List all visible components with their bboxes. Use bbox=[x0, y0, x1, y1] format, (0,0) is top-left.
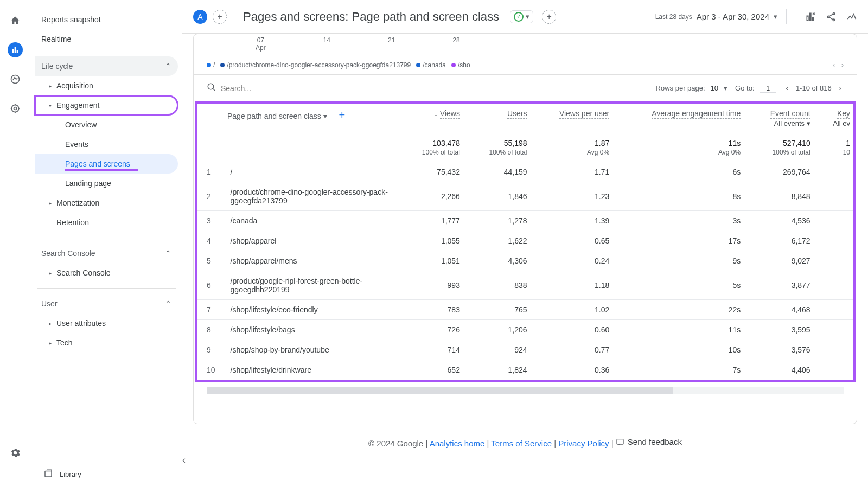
share-icon[interactable] bbox=[826, 11, 837, 22]
section-lifecycle[interactable]: Life cycle ⌃ bbox=[35, 56, 178, 76]
column-event-count[interactable]: Event countAll events ▾ bbox=[748, 104, 818, 133]
legend-dot-icon bbox=[416, 63, 420, 67]
nav-acquisition[interactable]: ▸ Acquisition bbox=[35, 76, 178, 95]
search-input[interactable] bbox=[221, 84, 329, 93]
nav-pages-screens[interactable]: Pages and screens bbox=[35, 154, 178, 174]
chevron-down-icon[interactable]: ▾ bbox=[724, 84, 727, 92]
settings-icon[interactable] bbox=[8, 445, 23, 460]
next-page-icon[interactable]: › bbox=[837, 84, 844, 92]
explore-icon[interactable] bbox=[8, 72, 23, 87]
link-privacy[interactable]: Privacy Policy bbox=[558, 439, 609, 448]
column-views[interactable]: ↓ Views bbox=[400, 104, 468, 133]
row-users: 1,206 bbox=[468, 320, 535, 340]
horizontal-scrollbar[interactable] bbox=[207, 387, 844, 394]
table-row[interactable]: 7/shop/lifestyle/eco-friendly7837651.022… bbox=[197, 300, 853, 320]
date-range-label: Last 28 days bbox=[655, 13, 692, 21]
row-path[interactable]: /canada bbox=[223, 211, 401, 231]
customize-icon[interactable] bbox=[805, 11, 816, 22]
row-path[interactable]: /shop/apparel bbox=[223, 231, 401, 251]
column-views-per-user[interactable]: Views per user bbox=[535, 104, 617, 133]
row-path[interactable]: / bbox=[223, 162, 401, 182]
row-path[interactable]: /shop/apparel/mens bbox=[223, 251, 401, 271]
add-comparison-button[interactable]: + bbox=[213, 10, 227, 24]
nav-reports-snapshot[interactable]: Reports snapshot bbox=[35, 10, 178, 29]
send-feedback-button[interactable]: Send feedback bbox=[616, 437, 682, 446]
row-path[interactable]: /shop/lifestyle/eco-friendly bbox=[223, 300, 401, 320]
column-dimension[interactable]: Page path and screen class ▾ bbox=[227, 112, 327, 120]
table-row[interactable]: 6/product/google-ripl-forest-green-bottl… bbox=[197, 271, 853, 300]
nav-library[interactable]: Library bbox=[35, 462, 178, 486]
nav-realtime[interactable]: Realtime bbox=[35, 29, 178, 49]
row-path[interactable]: /product/chrome-dino-googler-accessory-p… bbox=[223, 182, 401, 211]
home-icon[interactable] bbox=[8, 13, 23, 28]
row-aet: 7s bbox=[617, 360, 748, 380]
table-row[interactable]: 3/canada1,7771,2781.393s4,536 bbox=[197, 211, 853, 231]
column-avg-engagement[interactable]: Average engagement time bbox=[617, 104, 748, 133]
goto-value[interactable]: 1 bbox=[760, 84, 776, 93]
add-dimension-icon[interactable]: + bbox=[339, 109, 346, 121]
row-views: 726 bbox=[400, 320, 468, 340]
nav-engagement[interactable]: ▾ Engagement bbox=[35, 95, 178, 115]
row-key bbox=[818, 340, 853, 360]
nav-overview[interactable]: Overview bbox=[35, 115, 178, 135]
legend-label: /product/chrome-dino-googler-accessory-p… bbox=[227, 61, 411, 69]
table-row[interactable]: 9/shop/shop-by-brand/youtube7149240.7710… bbox=[197, 340, 853, 360]
nav-retention[interactable]: Retention bbox=[35, 213, 178, 232]
nav-tech[interactable]: ▸ Tech bbox=[35, 333, 178, 353]
link-terms[interactable]: Terms of Service bbox=[491, 439, 552, 448]
table-row[interactable]: 8/shop/lifestyle/bags7261,2060.6011s3,59… bbox=[197, 320, 853, 340]
section-search-console[interactable]: Search Console ⌃ bbox=[35, 244, 178, 263]
row-path[interactable]: /product/google-ripl-forest-green-bottle… bbox=[223, 271, 401, 300]
collapse-sidebar-icon[interactable]: ‹ bbox=[182, 454, 186, 466]
prev-page-icon[interactable]: ‹ bbox=[784, 84, 790, 92]
row-vpu: 0.65 bbox=[535, 231, 617, 251]
row-users: 44,159 bbox=[468, 162, 535, 182]
nav-search-console[interactable]: ▸ Search Console bbox=[35, 263, 178, 283]
nav-label: Pages and screens bbox=[65, 159, 130, 168]
ads-icon[interactable] bbox=[8, 101, 23, 116]
nav-user-attributes[interactable]: ▸ User attributes bbox=[35, 313, 178, 333]
row-path[interactable]: /shop/lifestyle/drinkware bbox=[223, 360, 401, 380]
row-aet: 8s bbox=[617, 182, 748, 211]
total-views: 103,478100% of total bbox=[400, 133, 468, 162]
table-row[interactable]: 10/shop/lifestyle/drinkware6521,8240.367… bbox=[197, 360, 853, 380]
svg-point-4 bbox=[14, 107, 17, 110]
row-events: 9,027 bbox=[748, 251, 818, 271]
insights-icon[interactable] bbox=[846, 11, 857, 22]
table-row[interactable]: 1/75,43244,1591.716s269,764 bbox=[197, 162, 853, 182]
legend-prev-icon[interactable]: ‹ bbox=[833, 61, 835, 69]
status-pill[interactable]: ✓ ▾ bbox=[510, 10, 533, 23]
table-row[interactable]: 4/shop/apparel1,0551,6220.6517s6,172 bbox=[197, 231, 853, 251]
column-key-events[interactable]: KeyAll ev bbox=[818, 104, 853, 133]
date-range-picker[interactable]: Last 28 days Apr 3 - Apr 30, 2024 ▾ bbox=[655, 12, 777, 21]
legend-next-icon[interactable]: › bbox=[841, 61, 844, 69]
nav-events[interactable]: Events bbox=[35, 135, 178, 154]
svg-point-13 bbox=[208, 84, 214, 89]
svg-point-5 bbox=[11, 105, 18, 112]
row-key bbox=[818, 182, 853, 211]
goto-label: Go to: bbox=[735, 84, 754, 92]
table-row[interactable]: 5/shop/apparel/mens1,0514,3060.249s9,027 bbox=[197, 251, 853, 271]
reports-icon[interactable] bbox=[8, 42, 23, 57]
row-path[interactable]: /shop/shop-by-brand/youtube bbox=[223, 340, 401, 360]
divider bbox=[37, 288, 176, 289]
rows-per-page-value[interactable]: 10 bbox=[711, 84, 718, 92]
totals-row: 103,478100% of total 55,198100% of total… bbox=[197, 133, 853, 162]
row-users: 4,306 bbox=[468, 251, 535, 271]
table-row[interactable]: 2/product/chrome-dino-googler-accessory-… bbox=[197, 182, 853, 211]
report-card: 07Apr 14 21 28 0 20K 40K 60K 80K bbox=[193, 34, 857, 424]
nav-label: Tech bbox=[56, 338, 73, 347]
column-users[interactable]: Users bbox=[468, 104, 535, 133]
account-badge[interactable]: A bbox=[193, 10, 207, 24]
section-user[interactable]: User ⌃ bbox=[35, 294, 178, 313]
caret-right-icon: ▸ bbox=[49, 200, 56, 206]
section-label: User bbox=[41, 299, 165, 308]
add-filter-button[interactable]: + bbox=[542, 10, 556, 24]
link-analytics-home[interactable]: Analytics home bbox=[430, 439, 485, 448]
row-users: 838 bbox=[468, 271, 535, 300]
nav-monetization[interactable]: ▸ Monetization bbox=[35, 193, 178, 213]
nav-landing-page[interactable]: Landing page bbox=[35, 174, 178, 193]
row-path[interactable]: /shop/lifestyle/bags bbox=[223, 320, 401, 340]
tick: 14 bbox=[323, 36, 330, 44]
row-aet: 11s bbox=[617, 320, 748, 340]
